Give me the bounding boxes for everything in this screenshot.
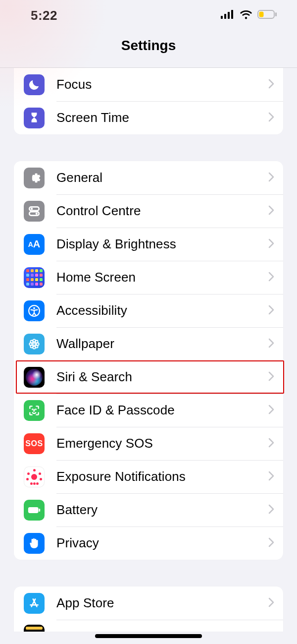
home-grid-icon bbox=[24, 267, 45, 288]
svg-point-13 bbox=[33, 343, 35, 345]
status-time: 5:22 bbox=[31, 8, 57, 23]
settings-row-label: Home Screen bbox=[56, 270, 268, 285]
battery-icon bbox=[24, 500, 45, 521]
hourglass-icon bbox=[24, 108, 45, 128]
wifi-icon bbox=[240, 9, 252, 21]
settings-row-label: Screen Time bbox=[56, 110, 268, 125]
settings-group-2: App Store bbox=[14, 586, 283, 632]
settings-row-label: Accessibility bbox=[56, 303, 268, 318]
settings-group-1: General Control Centre AA Display & Brig… bbox=[14, 161, 283, 560]
svg-point-20 bbox=[30, 345, 33, 348]
settings-row-general[interactable]: General bbox=[14, 161, 283, 194]
settings-row-label: Face ID & Passcode bbox=[56, 403, 268, 418]
settings-row-home-screen[interactable]: Home Screen bbox=[14, 261, 283, 294]
svg-rect-24 bbox=[28, 507, 39, 513]
settings-row-exposure-notifications[interactable]: Exposure Notifications bbox=[14, 460, 283, 493]
settings-row-privacy[interactable]: Privacy bbox=[14, 527, 283, 560]
flower-icon bbox=[24, 334, 45, 354]
settings-row-display-brightness[interactable]: AA Display & Brightness bbox=[14, 228, 283, 261]
status-bar: 5:22 bbox=[0, 0, 297, 31]
settings-row-focus[interactable]: Focus bbox=[14, 68, 283, 101]
svg-point-8 bbox=[31, 207, 33, 209]
chevron-right-icon bbox=[268, 471, 274, 483]
moon-icon bbox=[24, 74, 45, 95]
svg-rect-25 bbox=[39, 508, 41, 511]
svg-rect-6 bbox=[275, 12, 277, 16]
settings-row-face-id-passcode[interactable]: Face ID & Passcode bbox=[14, 394, 283, 427]
text-size-icon: AA bbox=[24, 234, 45, 255]
settings-row-label: Display & Brightness bbox=[56, 236, 268, 252]
svg-rect-1 bbox=[224, 14, 226, 19]
exposure-icon bbox=[24, 467, 45, 487]
settings-row-label: Exposure Notifications bbox=[56, 469, 268, 484]
chevron-right-icon bbox=[268, 338, 274, 350]
accessibility-icon bbox=[24, 300, 45, 321]
gear-icon bbox=[24, 168, 45, 188]
settings-row-siri-search[interactable]: Siri & Search bbox=[14, 360, 283, 394]
sos-icon: SOS bbox=[24, 433, 45, 454]
settings-row-battery[interactable]: Battery bbox=[14, 493, 283, 527]
chevron-right-icon bbox=[268, 205, 274, 217]
settings-row-label: Focus bbox=[56, 77, 268, 92]
settings-row-label: General bbox=[56, 170, 268, 185]
svg-rect-5 bbox=[259, 12, 264, 17]
svg-point-12 bbox=[33, 307, 35, 309]
chevron-right-icon bbox=[268, 405, 274, 416]
settings-row-label: Siri & Search bbox=[56, 369, 268, 385]
settings-row-app-store[interactable]: App Store bbox=[14, 586, 283, 620]
svg-point-22 bbox=[32, 409, 33, 410]
chevron-right-icon bbox=[268, 172, 274, 184]
siri-icon bbox=[24, 367, 45, 388]
chevron-right-icon bbox=[268, 537, 274, 549]
settings-row-control-centre[interactable]: Control Centre bbox=[14, 194, 283, 228]
settings-group-0: Focus Screen Time bbox=[14, 68, 283, 134]
settings-row-wallpaper[interactable]: Wallpaper bbox=[14, 327, 283, 360]
svg-rect-3 bbox=[231, 10, 233, 19]
chevron-right-icon bbox=[268, 305, 274, 317]
settings-row-label: Emergency SOS bbox=[56, 436, 268, 451]
wallet-icon bbox=[24, 625, 45, 632]
home-indicator bbox=[95, 634, 202, 638]
app-store-icon bbox=[24, 593, 45, 614]
chevron-right-icon bbox=[268, 597, 274, 609]
svg-point-18 bbox=[30, 340, 33, 343]
chevron-right-icon bbox=[268, 79, 274, 91]
settings-row-label: App Store bbox=[56, 595, 268, 611]
svg-rect-2 bbox=[228, 12, 230, 19]
svg-point-23 bbox=[36, 409, 36, 410]
battery-icon bbox=[257, 10, 277, 21]
svg-point-10 bbox=[36, 212, 38, 214]
chevron-right-icon bbox=[268, 272, 274, 284]
hand-icon bbox=[24, 533, 45, 554]
chevron-right-icon bbox=[268, 438, 274, 450]
chevron-right-icon bbox=[268, 238, 274, 250]
settings-row-emergency-sos[interactable]: SOS Emergency SOS bbox=[14, 427, 283, 460]
settings-row-screen-time[interactable]: Screen Time bbox=[14, 101, 283, 134]
settings-row-accessibility[interactable]: Accessibility bbox=[14, 294, 283, 327]
toggles-icon bbox=[24, 201, 45, 222]
face-id-icon bbox=[24, 400, 45, 421]
page-title: Settings bbox=[0, 31, 297, 67]
svg-point-19 bbox=[35, 340, 38, 343]
chevron-right-icon bbox=[268, 504, 274, 516]
chevron-right-icon bbox=[268, 112, 274, 124]
settings-row-label: Privacy bbox=[56, 535, 268, 551]
settings-row-label: Wallpaper bbox=[56, 336, 268, 351]
svg-point-21 bbox=[35, 345, 38, 348]
chevron-right-icon bbox=[268, 371, 274, 383]
svg-rect-0 bbox=[221, 16, 223, 19]
settings-row-wallet[interactable] bbox=[14, 620, 283, 632]
settings-row-label: Control Centre bbox=[56, 203, 268, 219]
status-icons bbox=[221, 9, 277, 21]
settings-row-label: Battery bbox=[56, 502, 268, 518]
cellular-icon bbox=[221, 10, 235, 21]
